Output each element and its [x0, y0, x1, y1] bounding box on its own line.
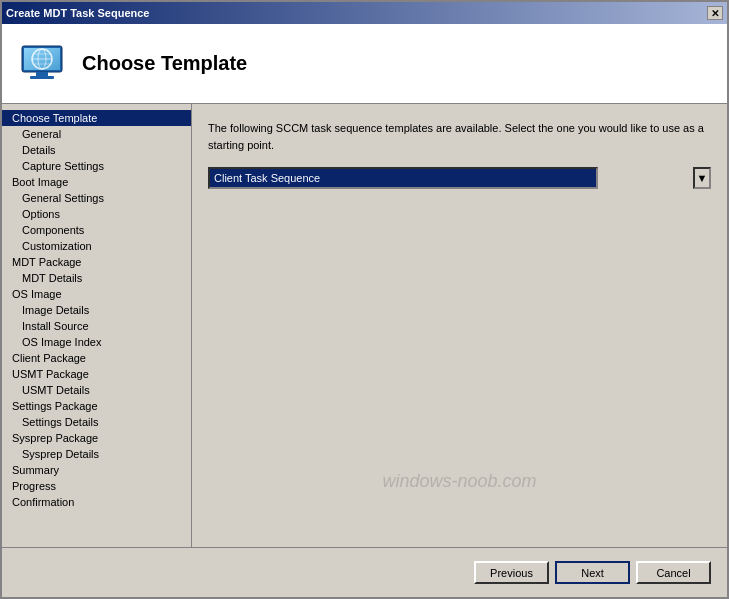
sidebar-item-sysprep-package[interactable]: Sysprep Package [2, 430, 191, 446]
sidebar-item-options[interactable]: Options [2, 206, 191, 222]
sidebar-item-capture-settings[interactable]: Capture Settings [2, 158, 191, 174]
template-dropdown-wrapper: Client Task SequenceServer Task Sequence… [208, 167, 711, 189]
page-title: Choose Template [82, 52, 247, 75]
window-title: Create MDT Task Sequence [6, 7, 149, 19]
main-window: Create MDT Task Sequence ✕ Choose Te [0, 0, 729, 599]
sidebar-item-general-settings[interactable]: General Settings [2, 190, 191, 206]
bottom-panel: Previous Next Cancel [2, 547, 727, 597]
sidebar-item-confirmation[interactable]: Confirmation [2, 494, 191, 510]
header-area: Choose Template [2, 24, 727, 104]
sidebar-item-general[interactable]: General [2, 126, 191, 142]
sidebar-item-boot-image[interactable]: Boot Image [2, 174, 191, 190]
sidebar-item-os-image[interactable]: OS Image [2, 286, 191, 302]
sidebar-item-usmt-package[interactable]: USMT Package [2, 366, 191, 382]
sidebar-item-client-package[interactable]: Client Package [2, 350, 191, 366]
next-button[interactable]: Next [555, 561, 630, 584]
computer-icon [18, 40, 66, 88]
main-content: Choose TemplateGeneralDetailsCapture Set… [2, 104, 727, 547]
description-text: The following SCCM task sequence templat… [208, 120, 711, 153]
sidebar-item-choose-template[interactable]: Choose Template [2, 110, 191, 126]
sidebar: Choose TemplateGeneralDetailsCapture Set… [2, 104, 192, 547]
svg-rect-3 [36, 72, 48, 76]
dropdown-arrow-icon: ▼ [693, 167, 711, 189]
sidebar-item-summary[interactable]: Summary [2, 462, 191, 478]
template-dropdown[interactable]: Client Task SequenceServer Task Sequence… [208, 167, 598, 189]
right-panel: The following SCCM task sequence templat… [192, 104, 727, 547]
sidebar-item-usmt-details[interactable]: USMT Details [2, 382, 191, 398]
sidebar-item-settings-package[interactable]: Settings Package [2, 398, 191, 414]
sidebar-item-details[interactable]: Details [2, 142, 191, 158]
sidebar-item-image-details[interactable]: Image Details [2, 302, 191, 318]
sidebar-item-progress[interactable]: Progress [2, 478, 191, 494]
previous-button[interactable]: Previous [474, 561, 549, 584]
sidebar-item-customization[interactable]: Customization [2, 238, 191, 254]
close-button[interactable]: ✕ [707, 6, 723, 20]
sidebar-item-install-source[interactable]: Install Source [2, 318, 191, 334]
sidebar-item-mdt-package[interactable]: MDT Package [2, 254, 191, 270]
svg-rect-4 [30, 76, 54, 79]
sidebar-item-mdt-details[interactable]: MDT Details [2, 270, 191, 286]
sidebar-item-os-image-index[interactable]: OS Image Index [2, 334, 191, 350]
title-bar: Create MDT Task Sequence ✕ [2, 2, 727, 24]
sidebar-item-sysprep-details[interactable]: Sysprep Details [2, 446, 191, 462]
sidebar-item-settings-details[interactable]: Settings Details [2, 414, 191, 430]
cancel-button[interactable]: Cancel [636, 561, 711, 584]
sidebar-item-components[interactable]: Components [2, 222, 191, 238]
